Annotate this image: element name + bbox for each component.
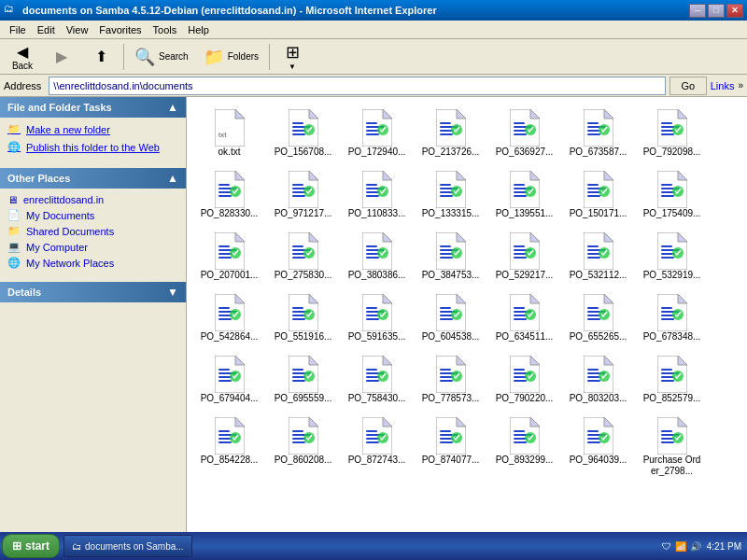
file-item[interactable]: PO_655265... <box>563 289 633 347</box>
file-item[interactable]: PO_673587... <box>563 105 633 162</box>
file-folder-tasks-title: File and Folder Tasks <box>7 102 112 113</box>
file-item[interactable]: PO_207001... <box>194 228 264 286</box>
start-button[interactable]: ⊞ start <box>2 534 60 558</box>
file-item[interactable]: PO_964039... <box>563 413 633 482</box>
file-item[interactable]: PO_854228... <box>194 413 264 482</box>
network-link[interactable]: 🖥 enreclittdosand.in <box>7 194 178 205</box>
menu-favorites[interactable]: Favorites <box>93 22 147 37</box>
close-button[interactable]: ✕ <box>726 4 743 18</box>
file-item[interactable]: PO_551916... <box>268 289 338 347</box>
make-new-folder-link[interactable]: 📁 Make a new folder <box>7 123 178 135</box>
svg-marker-95 <box>235 232 245 242</box>
file-item[interactable]: PO_874077... <box>416 413 486 482</box>
up-button[interactable]: ⬆ <box>82 45 120 68</box>
file-name: PO_532919... <box>643 270 701 281</box>
file-item[interactable]: PO_213726... <box>416 105 486 162</box>
collapse-other-icon[interactable]: ▲ <box>167 172 178 185</box>
search-button[interactable]: 🔍 Search <box>128 44 195 70</box>
forward-button[interactable]: ▶ <box>43 45 80 68</box>
file-folder-tasks-section: File and Folder Tasks ▲ 📁 Make a new fol… <box>0 97 186 164</box>
folder-icon: 📁 <box>7 123 21 135</box>
file-item[interactable]: PO_778573... <box>416 351 486 409</box>
file-name: PO_133315... <box>422 208 480 219</box>
views-button[interactable]: ⊞ ▼ <box>274 39 311 74</box>
go-button[interactable]: Go <box>669 77 707 95</box>
file-item[interactable]: PO_790220... <box>489 351 559 409</box>
file-item[interactable]: PO_175409... <box>637 166 707 224</box>
file-item[interactable]: PO_758430... <box>342 351 412 409</box>
my-documents-link[interactable]: 📄 My Documents <box>7 209 178 221</box>
file-item[interactable]: PO_172940... <box>342 105 412 162</box>
svg-marker-158 <box>383 294 392 303</box>
file-name: PO_636927... <box>496 147 554 158</box>
shared-documents-link[interactable]: 📁 Shared Documents <box>7 225 178 237</box>
menu-help[interactable]: Help <box>182 22 215 37</box>
file-item[interactable]: Purchase Order_2798... <box>637 413 707 482</box>
svg-marker-130 <box>604 232 613 242</box>
collapse-icon[interactable]: ▲ <box>167 101 178 114</box>
file-item[interactable]: PO_139551... <box>489 166 559 224</box>
svg-rect-33 <box>587 122 599 124</box>
file-item[interactable]: PO_275830... <box>268 228 338 286</box>
file-item[interactable]: PO_133315... <box>416 166 486 224</box>
back-button[interactable]: ◀ Back <box>4 40 41 74</box>
file-item[interactable]: PO_591635... <box>342 289 412 347</box>
file-item[interactable]: PO_679404... <box>194 351 264 409</box>
menu-view[interactable]: View <box>61 22 94 37</box>
restore-button[interactable]: □ <box>708 4 725 18</box>
svg-rect-141 <box>661 257 674 259</box>
file-item[interactable]: PO_852579... <box>637 351 707 409</box>
file-item[interactable]: txt ok.txt <box>194 105 264 162</box>
publish-folder-link[interactable]: 🌐 Publish this folder to the Web <box>7 141 178 153</box>
file-item[interactable]: PO_532112... <box>563 228 633 286</box>
menu-tools[interactable]: Tools <box>148 22 183 37</box>
my-network-places-link[interactable]: 🌐 My Network Places <box>7 257 178 269</box>
file-folder-tasks-content: 📁 Make a new folder 🌐 Publish this folde… <box>0 118 186 164</box>
svg-rect-5 <box>292 122 303 124</box>
file-item[interactable]: PO_532919... <box>637 228 707 286</box>
file-item[interactable]: PO_695559... <box>268 351 338 409</box>
svg-marker-249 <box>309 417 318 427</box>
my-computer-link[interactable]: 💻 My Computer <box>7 241 178 253</box>
file-item[interactable]: PO_634511... <box>489 289 559 347</box>
file-item[interactable]: PO_678348... <box>637 289 707 347</box>
file-name: PO_852579... <box>643 393 701 404</box>
file-item[interactable]: PO_150171... <box>563 166 633 224</box>
active-window-button[interactable]: 🗂 documents on Samba... <box>63 535 192 557</box>
svg-rect-89 <box>661 184 672 186</box>
file-item[interactable]: PO_110833... <box>342 166 412 224</box>
links-button[interactable]: Links <box>711 80 735 91</box>
file-item[interactable]: PO_529217... <box>489 228 559 286</box>
minimize-button[interactable]: ─ <box>689 4 706 18</box>
file-item[interactable]: PO_828330... <box>194 166 264 224</box>
file-name: PO_139551... <box>496 208 554 219</box>
file-item[interactable]: PO_636927... <box>489 105 559 162</box>
address-input[interactable] <box>49 77 665 95</box>
file-item[interactable]: PO_860208... <box>268 413 338 482</box>
svg-rect-253 <box>292 441 305 443</box>
file-name: PO_673587... <box>570 147 627 158</box>
menu-edit[interactable]: Edit <box>32 22 61 37</box>
file-item[interactable]: PO_384753... <box>416 228 486 286</box>
svg-marker-221 <box>530 356 540 365</box>
file-item[interactable]: PO_893299... <box>489 413 559 482</box>
menu-file[interactable]: File <box>4 22 32 37</box>
file-item[interactable]: PO_792098... <box>637 105 707 162</box>
file-item[interactable]: PO_156708... <box>268 105 338 162</box>
svg-rect-131 <box>587 245 599 247</box>
expand-details-icon[interactable]: ▼ <box>167 286 178 299</box>
file-item[interactable]: PO_380386... <box>342 228 412 286</box>
file-name: PO_213726... <box>422 147 480 158</box>
file-name: PO_551916... <box>275 331 332 343</box>
file-name: PO_872743... <box>348 455 406 466</box>
folders-button[interactable]: 📁 Folders <box>197 44 265 70</box>
file-item[interactable]: PO_803203... <box>563 351 633 409</box>
file-item[interactable]: PO_872743... <box>342 413 412 482</box>
svg-rect-145 <box>218 307 230 309</box>
start-label: start <box>25 539 49 553</box>
file-item[interactable]: PO_971217... <box>268 166 338 224</box>
svg-marker-74 <box>530 171 540 180</box>
svg-marker-53 <box>309 171 318 180</box>
file-item[interactable]: PO_604538... <box>416 289 486 347</box>
file-item[interactable]: PO_542864... <box>194 289 264 347</box>
